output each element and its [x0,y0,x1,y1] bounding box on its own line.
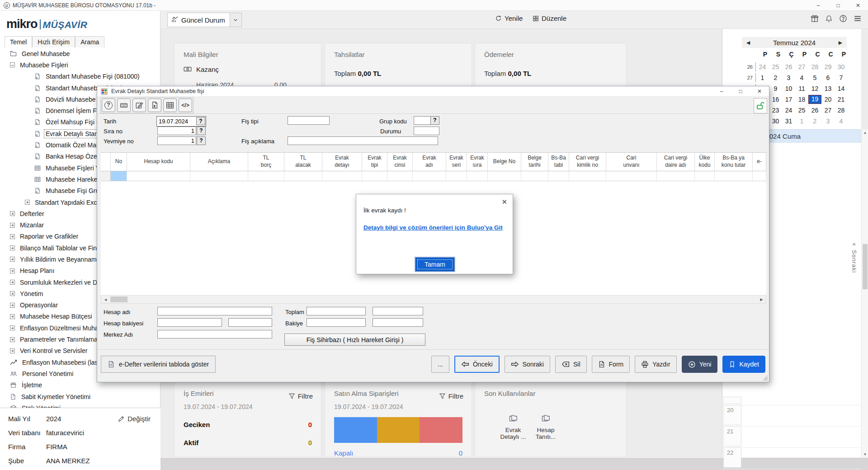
delete-button[interactable]: Sil [555,356,587,373]
calendar-day[interactable]: 12 [808,84,821,93]
calendar-day[interactable]: 1 [756,73,769,82]
column-header-belge-tarihi[interactable]: Belge tarihi [521,153,548,171]
grid-cell[interactable] [446,171,467,181]
calendar-day[interactable]: 4 [795,73,808,82]
kapali-row[interactable]: Kapalı 0 [334,449,462,457]
tab-arama[interactable]: Arama [75,36,104,47]
column-header-açıklama[interactable]: Açıklama [190,153,248,171]
merkez-adi-input[interactable] [157,330,272,338]
hesap-bakiyesi-input1[interactable] [157,318,222,327]
grid-cell[interactable] [657,171,695,181]
calendar-day[interactable]: 3 [782,73,795,82]
edit-layout-button[interactable]: Düzenle [533,14,566,22]
calendar-day[interactable]: 28 [808,62,821,71]
grid-cell[interactable] [606,171,657,181]
popup-ok-button[interactable]: Tamam [415,258,454,271]
scroll-down-icon[interactable]: ▾ [862,452,868,456]
expand-icon[interactable] [10,223,15,228]
calendar-day[interactable]: 27 [795,62,808,71]
bakiye-input2[interactable] [373,318,423,327]
sira-input[interactable] [157,127,196,135]
grid-cell[interactable] [548,171,569,181]
column-header-belge-no[interactable]: Belge No [488,153,521,171]
calendar-day[interactable]: 2 [769,73,782,82]
lock-icon[interactable] [754,98,767,113]
calendar-day[interactable]: 3 [821,117,835,126]
dialog-minimize-icon[interactable]: – [712,86,731,97]
expand-icon[interactable] [25,200,30,205]
grid-cell[interactable] [753,171,766,181]
tab-temel[interactable]: Temel [5,36,32,47]
save-button[interactable]: Kaydet [722,356,765,373]
calendar-day[interactable]: 30 [769,117,782,126]
fis-aciklama-input[interactable] [288,136,438,145]
agenda-scrollbar[interactable]: ▴ ▾ [861,129,868,457]
calendar-day[interactable]: 18 [795,95,808,104]
column-header-evrak-sıra[interactable]: Evrak sıra [467,153,488,171]
close-icon[interactable]: ✕ [848,0,868,11]
filter-button[interactable]: Filtre [288,392,313,400]
calendar-day[interactable]: 11 [795,84,808,93]
grid-cell[interactable] [190,171,248,181]
calendar-day[interactable]: 28 [835,106,848,115]
agenda-hour-cell[interactable] [723,397,741,404]
selected-cell[interactable] [111,171,127,181]
prev-button[interactable]: Önceki [454,356,500,373]
grup-kodu-input[interactable] [414,116,431,125]
column-header-cari-unvanı[interactable]: Cari unvanı [606,153,657,171]
calendar-day[interactable]: 25 [795,106,808,115]
sidebar-item[interactable]: Genel Muhasebe [0,48,160,59]
calendar-day[interactable]: 25 [769,62,782,71]
column-header-cari-vergi-daire-adı[interactable]: Cari vergi daire adı [657,153,695,171]
xml-code-button[interactable]: </> [179,99,192,112]
popup-help-link[interactable]: Detaylı bilgi ve çözüm önerileri için Bu… [363,224,503,231]
agenda-hour-cell[interactable]: 21 [723,426,741,446]
grid-hscrollbar[interactable]: ◂ ► [101,295,766,304]
column-header-ülke-kodu[interactable]: Ülke kodu [695,153,715,171]
column-header[interactable] [101,153,111,171]
scroll-up-icon[interactable]: ▴ [862,130,868,135]
help-icon[interactable] [839,14,847,23]
grid-cell[interactable] [284,171,322,181]
expand-icon[interactable] [10,234,15,239]
column-header-tl-alacak[interactable]: TL alacak [284,153,322,171]
calendar-day[interactable]: 2 [808,117,821,126]
grid-cell[interactable] [101,171,111,181]
yevmiye-input[interactable] [157,136,196,145]
help-button[interactable]: ? [102,99,115,112]
calendar-day[interactable]: 26 [808,106,821,115]
dialog-maximize-icon[interactable]: □ [731,86,750,97]
grid-cell[interactable] [569,171,606,181]
gift-icon[interactable] [811,14,819,23]
calendar-day[interactable]: 14 [835,84,848,93]
edit-note-button[interactable] [132,99,146,112]
expand-icon[interactable] [10,314,15,319]
expand-icon[interactable] [10,257,15,262]
calendar-day[interactable]: 31 [782,117,795,126]
column-header-evrak-tipi[interactable]: Evrak tipi [362,153,387,171]
calendar-day[interactable]: 16 [769,95,782,104]
expand-icon[interactable] [10,291,15,296]
refresh-button[interactable]: Yenile [495,14,523,22]
expand-icon[interactable] [10,280,15,285]
dialog-title-bar[interactable]: Evrak Detaylı Standart Muhasebe fişi – □… [97,86,769,97]
grid-cell[interactable] [322,171,362,181]
minimize-icon[interactable]: – [808,0,828,11]
grid-cell[interactable] [127,171,190,181]
tarih-lookup-button[interactable]: ? [196,117,205,125]
calendar-day[interactable]: 24 [756,62,769,71]
sidebar-item[interactable]: Standart Muhasebe Fişi (081000) [0,71,160,82]
sidebar-item[interactable]: Muhasebe Fişleri [0,59,160,70]
grid-cell[interactable] [467,171,488,181]
popup-close-icon[interactable]: ✕ [501,198,507,206]
column-header-evrak-seri[interactable]: Evrak seri [446,153,467,171]
maximize-icon[interactable]: □ [828,0,848,11]
calendar-day[interactable]: 27 [821,106,835,115]
expand-icon[interactable] [10,303,15,308]
yevmiye-lookup-button[interactable]: ? [197,136,206,145]
calendar-day[interactable]: 20 [821,95,835,104]
calendar-day[interactable]: 24 [782,106,795,115]
calendar-next-icon[interactable]: ▶ [834,40,847,46]
scroll-left-icon[interactable]: ◂ [101,296,110,303]
grid-cell[interactable] [387,171,413,181]
